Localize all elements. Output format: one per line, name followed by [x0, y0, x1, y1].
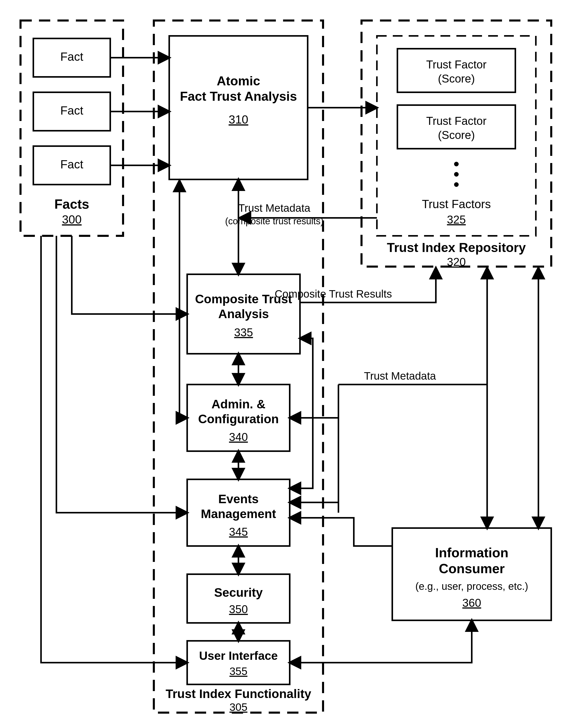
composite-ref: 335: [234, 326, 253, 339]
edge-label-trust-metadata-2: Trust Metadata: [364, 370, 436, 382]
fact-label: Fact: [60, 50, 83, 63]
atomic-ref: 310: [229, 113, 249, 126]
edge-label-composite-results: Composite Trust Results: [275, 288, 392, 300]
facts-group-ref: 300: [62, 213, 82, 226]
facts-group-label: Facts: [54, 197, 89, 211]
consumer-sub: (e.g., user, process, etc.): [415, 580, 528, 592]
functionality-label: Trust Index Functionality: [166, 687, 311, 701]
trust-factors-ref: 325: [447, 213, 465, 226]
edge-bus-down: [338, 268, 487, 385]
fact-label: Fact: [60, 158, 83, 171]
ui-label: User Interface: [199, 649, 278, 662]
atomic-l2: Fact Trust Analysis: [180, 89, 297, 104]
consumer-ref: 360: [462, 597, 481, 609]
edge-facts-to-events: [56, 236, 187, 513]
trust-factor-l2: (Score): [438, 129, 475, 141]
consumer-l1: Information: [435, 545, 508, 560]
security-label: Security: [214, 586, 263, 599]
ellipsis-dot: [454, 162, 459, 166]
ui-ref: 355: [229, 665, 247, 677]
composite-l2: Analysis: [218, 307, 269, 321]
events-l2: Management: [201, 507, 276, 521]
edge-label-trust-metadata: Trust Metadata: [238, 202, 311, 214]
events-ref: 345: [229, 525, 248, 538]
repository-label: Trust Index Repository: [387, 240, 526, 255]
trust-factor-l2: (Score): [438, 72, 475, 85]
edge-composite-events: [290, 338, 313, 488]
ui-box: [187, 641, 290, 684]
trust-factors-label: Trust Factors: [422, 198, 491, 211]
admin-ref: 340: [229, 431, 248, 443]
ellipsis-dot: [454, 182, 459, 187]
edge-facts-to-ui: [41, 236, 187, 662]
fact-label: Fact: [60, 104, 83, 117]
diagram-canvas: Fact Fact Fact Facts 300 Atomic Fact Tru…: [0, 0, 582, 728]
consumer-l2: Consumer: [439, 561, 505, 576]
edge-facts-to-composite: [72, 236, 187, 314]
atomic-l1: Atomic: [217, 74, 260, 88]
ellipsis-dot: [454, 172, 459, 177]
atomic-analysis-box: [169, 36, 308, 179]
edge-consumer-to-events: [290, 518, 392, 546]
trust-factor-l1: Trust Factor: [426, 58, 487, 71]
functionality-ref: 305: [229, 701, 247, 713]
security-ref: 350: [229, 603, 248, 616]
edge-label-composite-sub: (composite trust results): [225, 216, 324, 226]
edge-ui-consumer: [290, 620, 472, 662]
trust-factor-l1: Trust Factor: [426, 114, 487, 127]
repository-ref: 320: [447, 256, 465, 268]
events-l1: Events: [218, 492, 258, 506]
edge-atomic-admin-bidir: [179, 181, 187, 418]
admin-l2: Configuration: [198, 412, 279, 426]
admin-l1: Admin. &: [211, 397, 265, 411]
edge-atomic-to-admin: [179, 179, 187, 418]
